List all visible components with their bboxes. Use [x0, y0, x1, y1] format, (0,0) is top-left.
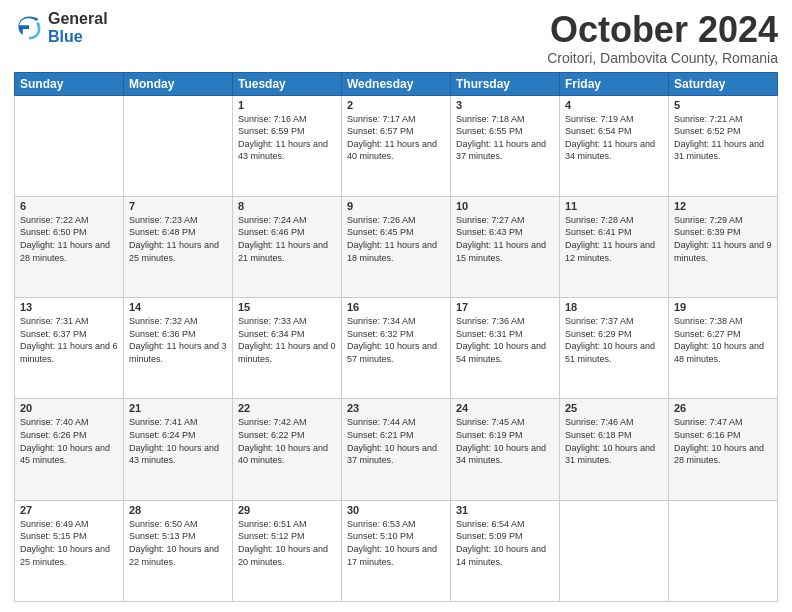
calendar-cell: 27Sunrise: 6:49 AMSunset: 5:15 PMDayligh… — [15, 500, 124, 601]
calendar-cell: 22Sunrise: 7:42 AMSunset: 6:22 PMDayligh… — [233, 399, 342, 500]
day-info: Sunrise: 7:24 AMSunset: 6:46 PMDaylight:… — [238, 214, 336, 264]
day-number: 27 — [20, 504, 118, 516]
day-number: 9 — [347, 200, 445, 212]
day-info: Sunrise: 7:32 AMSunset: 6:36 PMDaylight:… — [129, 315, 227, 365]
day-number: 28 — [129, 504, 227, 516]
calendar-cell: 24Sunrise: 7:45 AMSunset: 6:19 PMDayligh… — [451, 399, 560, 500]
logo-icon — [14, 13, 44, 43]
day-info: Sunrise: 7:37 AMSunset: 6:29 PMDaylight:… — [565, 315, 663, 365]
day-number: 10 — [456, 200, 554, 212]
header-wednesday: Wednesday — [342, 72, 451, 95]
day-info: Sunrise: 7:38 AMSunset: 6:27 PMDaylight:… — [674, 315, 772, 365]
calendar-cell: 7Sunrise: 7:23 AMSunset: 6:48 PMDaylight… — [124, 196, 233, 297]
calendar-week-row: 13Sunrise: 7:31 AMSunset: 6:37 PMDayligh… — [15, 298, 778, 399]
calendar-cell: 28Sunrise: 6:50 AMSunset: 5:13 PMDayligh… — [124, 500, 233, 601]
calendar-cell: 10Sunrise: 7:27 AMSunset: 6:43 PMDayligh… — [451, 196, 560, 297]
calendar-week-row: 27Sunrise: 6:49 AMSunset: 5:15 PMDayligh… — [15, 500, 778, 601]
calendar-cell — [669, 500, 778, 601]
header-saturday: Saturday — [669, 72, 778, 95]
calendar-week-row: 1Sunrise: 7:16 AMSunset: 6:59 PMDaylight… — [15, 95, 778, 196]
calendar-week-row: 20Sunrise: 7:40 AMSunset: 6:26 PMDayligh… — [15, 399, 778, 500]
logo-text: General Blue — [48, 10, 108, 45]
day-info: Sunrise: 7:27 AMSunset: 6:43 PMDaylight:… — [456, 214, 554, 264]
day-number: 20 — [20, 402, 118, 414]
calendar-cell: 30Sunrise: 6:53 AMSunset: 5:10 PMDayligh… — [342, 500, 451, 601]
calendar-cell — [124, 95, 233, 196]
calendar-cell: 20Sunrise: 7:40 AMSunset: 6:26 PMDayligh… — [15, 399, 124, 500]
day-number: 7 — [129, 200, 227, 212]
day-info: Sunrise: 7:19 AMSunset: 6:54 PMDaylight:… — [565, 113, 663, 163]
day-number: 18 — [565, 301, 663, 313]
day-number: 31 — [456, 504, 554, 516]
day-number: 17 — [456, 301, 554, 313]
day-number: 6 — [20, 200, 118, 212]
calendar-cell: 1Sunrise: 7:16 AMSunset: 6:59 PMDaylight… — [233, 95, 342, 196]
day-number: 30 — [347, 504, 445, 516]
day-info: Sunrise: 7:33 AMSunset: 6:34 PMDaylight:… — [238, 315, 336, 365]
calendar-table: Sunday Monday Tuesday Wednesday Thursday… — [14, 72, 778, 602]
day-number: 15 — [238, 301, 336, 313]
calendar-cell: 12Sunrise: 7:29 AMSunset: 6:39 PMDayligh… — [669, 196, 778, 297]
header-sunday: Sunday — [15, 72, 124, 95]
weekday-header-row: Sunday Monday Tuesday Wednesday Thursday… — [15, 72, 778, 95]
title-block: October 2024 Croitori, Dambovita County,… — [547, 10, 778, 66]
calendar-week-row: 6Sunrise: 7:22 AMSunset: 6:50 PMDaylight… — [15, 196, 778, 297]
location-subtitle: Croitori, Dambovita County, Romania — [547, 50, 778, 66]
calendar-cell: 18Sunrise: 7:37 AMSunset: 6:29 PMDayligh… — [560, 298, 669, 399]
header: General Blue October 2024 Croitori, Damb… — [14, 10, 778, 66]
calendar-cell — [15, 95, 124, 196]
calendar-cell: 16Sunrise: 7:34 AMSunset: 6:32 PMDayligh… — [342, 298, 451, 399]
day-number: 21 — [129, 402, 227, 414]
day-info: Sunrise: 7:36 AMSunset: 6:31 PMDaylight:… — [456, 315, 554, 365]
day-info: Sunrise: 6:49 AMSunset: 5:15 PMDaylight:… — [20, 518, 118, 568]
day-info: Sunrise: 7:47 AMSunset: 6:16 PMDaylight:… — [674, 416, 772, 466]
day-number: 13 — [20, 301, 118, 313]
day-number: 29 — [238, 504, 336, 516]
calendar-cell — [560, 500, 669, 601]
day-number: 11 — [565, 200, 663, 212]
day-number: 22 — [238, 402, 336, 414]
day-info: Sunrise: 7:16 AMSunset: 6:59 PMDaylight:… — [238, 113, 336, 163]
day-info: Sunrise: 6:53 AMSunset: 5:10 PMDaylight:… — [347, 518, 445, 568]
calendar-cell: 4Sunrise: 7:19 AMSunset: 6:54 PMDaylight… — [560, 95, 669, 196]
calendar-cell: 14Sunrise: 7:32 AMSunset: 6:36 PMDayligh… — [124, 298, 233, 399]
day-info: Sunrise: 7:28 AMSunset: 6:41 PMDaylight:… — [565, 214, 663, 264]
day-number: 8 — [238, 200, 336, 212]
day-number: 19 — [674, 301, 772, 313]
calendar-cell: 2Sunrise: 7:17 AMSunset: 6:57 PMDaylight… — [342, 95, 451, 196]
day-info: Sunrise: 7:31 AMSunset: 6:37 PMDaylight:… — [20, 315, 118, 365]
day-info: Sunrise: 7:18 AMSunset: 6:55 PMDaylight:… — [456, 113, 554, 163]
day-number: 25 — [565, 402, 663, 414]
page: General Blue October 2024 Croitori, Damb… — [0, 0, 792, 612]
day-info: Sunrise: 7:40 AMSunset: 6:26 PMDaylight:… — [20, 416, 118, 466]
day-info: Sunrise: 7:34 AMSunset: 6:32 PMDaylight:… — [347, 315, 445, 365]
day-number: 16 — [347, 301, 445, 313]
day-info: Sunrise: 7:45 AMSunset: 6:19 PMDaylight:… — [456, 416, 554, 466]
calendar-cell: 15Sunrise: 7:33 AMSunset: 6:34 PMDayligh… — [233, 298, 342, 399]
day-info: Sunrise: 7:17 AMSunset: 6:57 PMDaylight:… — [347, 113, 445, 163]
calendar-cell: 25Sunrise: 7:46 AMSunset: 6:18 PMDayligh… — [560, 399, 669, 500]
day-info: Sunrise: 7:44 AMSunset: 6:21 PMDaylight:… — [347, 416, 445, 466]
calendar-cell: 8Sunrise: 7:24 AMSunset: 6:46 PMDaylight… — [233, 196, 342, 297]
day-info: Sunrise: 7:42 AMSunset: 6:22 PMDaylight:… — [238, 416, 336, 466]
day-info: Sunrise: 7:46 AMSunset: 6:18 PMDaylight:… — [565, 416, 663, 466]
day-number: 14 — [129, 301, 227, 313]
header-tuesday: Tuesday — [233, 72, 342, 95]
month-title: October 2024 — [547, 10, 778, 50]
day-info: Sunrise: 7:23 AMSunset: 6:48 PMDaylight:… — [129, 214, 227, 264]
day-info: Sunrise: 6:51 AMSunset: 5:12 PMDaylight:… — [238, 518, 336, 568]
day-number: 26 — [674, 402, 772, 414]
day-info: Sunrise: 7:41 AMSunset: 6:24 PMDaylight:… — [129, 416, 227, 466]
day-number: 2 — [347, 99, 445, 111]
logo-blue-text: Blue — [48, 28, 108, 46]
calendar-cell: 13Sunrise: 7:31 AMSunset: 6:37 PMDayligh… — [15, 298, 124, 399]
logo: General Blue — [14, 10, 108, 45]
day-info: Sunrise: 7:29 AMSunset: 6:39 PMDaylight:… — [674, 214, 772, 264]
calendar-cell: 9Sunrise: 7:26 AMSunset: 6:45 PMDaylight… — [342, 196, 451, 297]
day-number: 4 — [565, 99, 663, 111]
calendar-cell: 5Sunrise: 7:21 AMSunset: 6:52 PMDaylight… — [669, 95, 778, 196]
day-info: Sunrise: 7:22 AMSunset: 6:50 PMDaylight:… — [20, 214, 118, 264]
calendar-cell: 17Sunrise: 7:36 AMSunset: 6:31 PMDayligh… — [451, 298, 560, 399]
header-friday: Friday — [560, 72, 669, 95]
logo-general-text: General — [48, 10, 108, 28]
